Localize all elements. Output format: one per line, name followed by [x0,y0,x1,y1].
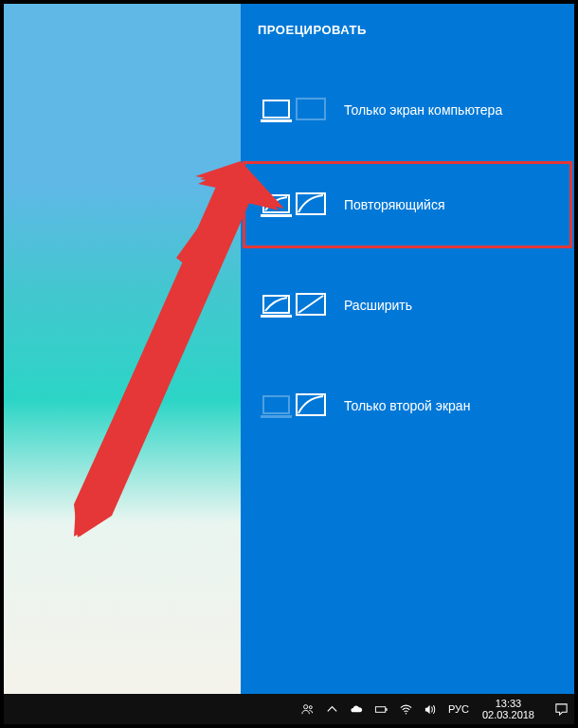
onedrive-icon[interactable] [350,701,365,717]
panel-title: ПРОЕЦИРОВАТЬ [258,23,367,37]
clock-time: 13:33 [496,698,522,709]
option-label: Повторяющийся [344,197,444,212]
project-panel: ПРОЕЦИРОВАТЬ Только экран компьютера [241,4,574,694]
battery-icon[interactable] [374,701,389,717]
svg-rect-0 [263,100,289,118]
pc-only-icon [244,67,344,153]
clock-date: 02.03.2018 [482,709,534,720]
wifi-icon[interactable] [399,701,414,717]
action-center-icon[interactable] [553,701,569,717]
project-option-duplicate[interactable]: Повторяющийся [244,162,571,247]
project-option-pc-only[interactable]: Только экран компьютера [244,67,571,153]
duplicate-icon [244,162,344,247]
language-indicator[interactable]: РУС [448,703,469,715]
option-label: Только экран компьютера [344,102,502,118]
project-option-extend[interactable]: Расширить [244,263,571,348]
svg-point-9 [310,705,313,708]
chevron-up-icon[interactable] [325,701,340,717]
option-label: Расширить [344,298,412,313]
volume-icon[interactable] [424,701,439,717]
svg-point-12 [406,712,407,714]
screenshot-frame: ПРОЕЦИРОВАТЬ Только экран компьютера [4,4,574,724]
second-only-icon [244,363,344,448]
people-icon[interactable] [300,701,316,717]
svg-rect-6 [263,396,289,413]
taskbar: РУС 13:33 02.03.2018 [4,694,574,724]
option-label: Только второй экран [344,398,470,413]
svg-rect-1 [297,99,325,119]
svg-rect-11 [387,708,388,711]
system-tray: РУС 13:33 02.03.2018 [300,698,570,720]
clock[interactable]: 13:33 02.03.2018 [479,698,538,720]
extend-icon [244,263,344,348]
svg-point-8 [304,704,308,708]
svg-rect-10 [376,706,386,712]
project-option-second-only[interactable]: Только второй экран [244,363,571,448]
